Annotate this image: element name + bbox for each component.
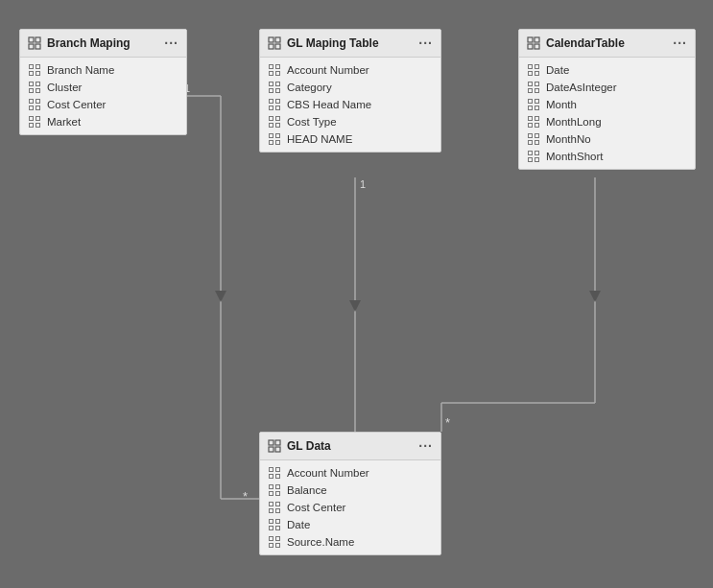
svg-rect-103	[276, 537, 280, 541]
field-label-cbs-head-name: CBS Head Name	[287, 99, 371, 110]
svg-rect-28	[30, 124, 34, 128]
svg-rect-73	[535, 124, 539, 128]
svg-rect-81	[535, 158, 539, 162]
svg-rect-94	[270, 503, 273, 506]
svg-marker-8	[215, 291, 226, 302]
branch-maping-title: Branch Maping	[47, 36, 158, 50]
svg-rect-72	[529, 124, 533, 128]
svg-rect-92	[270, 492, 273, 496]
calendar-header: CalendarTable ···	[519, 30, 695, 58]
svg-rect-55	[535, 37, 539, 42]
svg-rect-98	[270, 520, 273, 524]
svg-rect-47	[276, 117, 280, 121]
field-label-date-as-integer: DateAsInteger	[546, 82, 617, 93]
svg-rect-30	[269, 37, 273, 42]
field-icon-cost-type	[268, 115, 281, 129]
svg-rect-67	[535, 100, 539, 104]
field-icon-market	[28, 115, 41, 129]
field-icon-date-as-integer	[527, 81, 540, 94]
gl-maping-fields: Account Number Category CBS Head Name Co…	[260, 58, 440, 152]
field-month-short: MonthShort	[519, 148, 695, 165]
svg-rect-63	[535, 82, 539, 86]
field-label-category: Category	[287, 82, 332, 93]
gl-data-fields: Account Number Balance Cost Center Date …	[260, 460, 440, 554]
gl-maping-menu[interactable]: ···	[418, 35, 433, 51]
svg-rect-43	[276, 100, 280, 104]
svg-rect-71	[535, 117, 539, 121]
field-cost-center-gl: Cost Center	[260, 499, 440, 516]
svg-rect-45	[276, 106, 280, 110]
field-label-cost-center-branch: Cost Center	[47, 99, 106, 110]
field-date-gl: Date	[260, 516, 440, 533]
svg-rect-88	[270, 475, 273, 479]
field-month-no: MonthNo	[519, 130, 695, 148]
field-head-name: HEAD NAME	[260, 130, 440, 148]
svg-rect-41	[276, 89, 280, 93]
relation-label-1-glmap: 1	[360, 178, 366, 190]
field-month: Month	[519, 96, 695, 113]
field-label-date-cal: Date	[546, 64, 569, 76]
svg-rect-19	[36, 82, 40, 86]
calendar-menu[interactable]: ···	[673, 35, 687, 51]
field-icon-account-number-gl	[268, 466, 281, 480]
svg-rect-12	[29, 44, 34, 49]
field-label-source-name: Source.Name	[287, 536, 354, 548]
svg-rect-37	[276, 72, 280, 76]
field-icon-cbs-head-name	[268, 98, 281, 111]
svg-rect-80	[529, 158, 533, 162]
branch-maping-menu[interactable]: ···	[164, 35, 178, 51]
field-account-number-gl: Account Number	[260, 464, 440, 482]
svg-rect-82	[269, 440, 273, 445]
svg-rect-17	[36, 72, 40, 76]
svg-rect-104	[270, 544, 273, 548]
svg-rect-50	[270, 134, 273, 138]
calendar-table: CalendarTable ··· Date DateAsInteger Mon…	[518, 29, 696, 170]
svg-rect-83	[275, 440, 280, 445]
svg-rect-57	[535, 44, 539, 49]
svg-rect-87	[276, 468, 280, 472]
field-label-month: Month	[546, 99, 577, 110]
field-label-cost-center-gl: Cost Center	[287, 502, 345, 513]
gl-maping-title: GL Maping Table	[287, 36, 413, 50]
svg-rect-18	[30, 82, 34, 86]
svg-rect-100	[270, 527, 273, 530]
field-icon-month	[527, 98, 540, 111]
svg-rect-51	[276, 134, 280, 138]
svg-rect-54	[528, 37, 533, 42]
field-icon-month-no	[527, 132, 540, 146]
field-icon-source-name	[268, 535, 281, 549]
svg-rect-102	[270, 537, 273, 541]
field-label-cost-type: Cost Type	[287, 116, 337, 128]
svg-rect-97	[276, 509, 280, 513]
svg-rect-23	[36, 100, 40, 104]
svg-rect-84	[269, 447, 273, 452]
svg-rect-58	[529, 65, 533, 69]
field-date-as-integer: DateAsInteger	[519, 79, 695, 96]
svg-rect-16	[30, 72, 34, 76]
svg-rect-42	[270, 100, 273, 104]
field-category: Category	[260, 79, 440, 96]
svg-rect-53	[276, 141, 280, 145]
svg-rect-29	[36, 124, 40, 128]
field-label-account-number-glmap: Account Number	[287, 64, 369, 76]
svg-rect-52	[270, 141, 273, 145]
svg-rect-13	[36, 44, 40, 49]
field-icon-cost-center-gl	[268, 501, 281, 514]
svg-rect-25	[36, 106, 40, 110]
field-label-market: Market	[47, 116, 81, 128]
gl-data-menu[interactable]: ···	[418, 438, 433, 454]
svg-rect-89	[276, 475, 280, 479]
svg-marker-9	[589, 291, 601, 302]
gl-data-grid-icon	[268, 439, 281, 453]
svg-rect-85	[275, 447, 280, 452]
svg-rect-38	[270, 82, 273, 86]
field-icon-head-name	[268, 132, 281, 146]
svg-rect-48	[270, 124, 273, 128]
svg-rect-62	[529, 82, 533, 86]
svg-rect-22	[30, 100, 34, 104]
svg-rect-74	[529, 134, 533, 138]
svg-rect-20	[30, 89, 34, 93]
svg-rect-24	[30, 106, 34, 110]
svg-rect-46	[270, 117, 273, 121]
field-month-long: MonthLong	[519, 113, 695, 130]
